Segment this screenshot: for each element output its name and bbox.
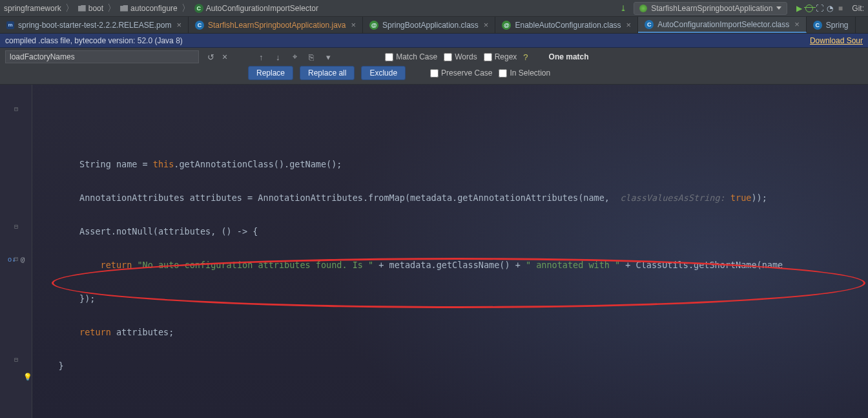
select-all-icon[interactable]: ⎘ xyxy=(306,52,316,62)
close-icon[interactable]: × xyxy=(794,19,800,29)
code-line: String name = this.getAnnotationClass().… xyxy=(37,156,868,172)
breadcrumb-item[interactable]: boot xyxy=(78,4,103,13)
annotation-icon: @ xyxy=(369,21,378,30)
folder-icon xyxy=(120,5,128,12)
editor[interactable]: ⊟ ⊟ o↓ @ ⊟ ⊟ 💡 String name = this.getAnn… xyxy=(0,85,868,418)
tab-sbapp-class[interactable]: @ SpringBootApplication.class × xyxy=(363,17,495,33)
in-selection-checkbox[interactable]: In Selection xyxy=(499,68,550,78)
checkbox-label: Match Case xyxy=(396,52,437,61)
gutter[interactable]: ⊟ ⊟ o↓ @ ⊟ ⊟ 💡 xyxy=(0,85,32,418)
fold-icon[interactable]: ⊟ xyxy=(0,356,32,363)
checkbox-label: Words xyxy=(455,52,477,61)
breadcrumb-label: autoconfigure xyxy=(130,4,178,13)
close-icon[interactable]: × xyxy=(222,52,227,62)
filter-icon[interactable]: ▾ xyxy=(323,52,333,62)
match-count: One match xyxy=(549,52,589,61)
java-icon: C xyxy=(645,20,654,29)
replace-button[interactable]: Replace xyxy=(248,66,293,80)
code-line: AnnotationAttributes attributes = Annota… xyxy=(37,189,868,206)
tab-enableauto-class[interactable]: @ EnableAutoConfiguration.class × xyxy=(495,17,638,33)
fold-icon[interactable]: ⊟ xyxy=(0,105,32,112)
history-icon[interactable]: ↺ xyxy=(205,52,216,62)
breadcrumb-label: boot xyxy=(88,4,103,13)
notice-text: compiled .class file, bytecode version: … xyxy=(5,36,183,45)
help-icon[interactable]: ? xyxy=(523,52,528,62)
tab-label: StarfishLearnSpringbootApplication.java xyxy=(208,21,346,30)
tab-label: spring-boot-starter-test-2.2.2.RELEASE.p… xyxy=(18,21,171,30)
code-area[interactable]: String name = this.getAnnotationClass().… xyxy=(32,85,868,418)
coverage-icon[interactable]: ⛶ xyxy=(814,3,825,14)
checkbox-label: In Selection xyxy=(510,68,550,78)
words-checkbox[interactable]: Words xyxy=(444,52,477,61)
chevron-right-icon: 〉 xyxy=(107,3,116,14)
chevron-right-icon: 〉 xyxy=(181,3,191,14)
class-icon: C xyxy=(194,4,203,13)
tab-pom[interactable]: m spring-boot-starter-test-2.2.2.RELEASE… xyxy=(0,17,189,33)
exclude-button[interactable]: Exclude xyxy=(361,66,406,80)
breadcrumb-label: AutoConfigurationImportSelector xyxy=(206,4,318,13)
arrow-up-icon[interactable]: ↑ xyxy=(256,52,266,62)
spring-icon xyxy=(639,5,647,12)
find-all-icon[interactable]: ⌖ xyxy=(289,52,300,62)
code-line: }); xyxy=(37,290,868,307)
code-line xyxy=(37,391,868,408)
run-config-label: StarfishLearnSpringbootApplication xyxy=(651,4,772,13)
maven-icon: m xyxy=(6,21,14,29)
java-icon: C xyxy=(195,21,204,30)
breadcrumb-item[interactable]: springframework xyxy=(4,4,61,13)
fold-icon[interactable]: ⊟ xyxy=(0,223,32,230)
checkbox-label: Preserve Case xyxy=(441,68,492,78)
download-sources-link[interactable]: Download Sour xyxy=(810,36,863,45)
checkbox-label: Regex xyxy=(495,52,517,61)
tab-overflow[interactable]: C Spring xyxy=(807,17,856,33)
tab-label: AutoConfigurationImportSelector.class xyxy=(657,20,789,29)
folder-icon xyxy=(78,5,86,12)
code-line: return attributes; xyxy=(37,324,868,340)
breadcrumb-item[interactable]: C AutoConfigurationImportSelector xyxy=(194,4,318,13)
close-icon[interactable]: × xyxy=(626,20,632,30)
chevron-down-icon xyxy=(776,6,781,10)
find-replace-panel: ↺ × ↑ ↓ ⌖ ⎘ ▾ Match Case Words Regex ? O… xyxy=(0,48,868,85)
stop-icon[interactable]: ■ xyxy=(835,3,845,14)
regex-checkbox[interactable]: Regex xyxy=(484,52,517,61)
tab-autoconfig-selector[interactable]: C AutoConfigurationImportSelector.class … xyxy=(638,17,807,33)
run-config-dropdown[interactable]: StarfishLearnSpringbootApplication xyxy=(634,2,787,15)
code-line: return "No auto-configuration attributes… xyxy=(37,256,868,273)
tab-label: EnableAutoConfiguration.class xyxy=(515,21,621,30)
editor-tabs: m spring-boot-starter-test-2.2.2.RELEASE… xyxy=(0,17,868,34)
preserve-case-checkbox[interactable]: Preserve Case xyxy=(430,68,492,78)
tab-app-java[interactable]: C StarfishLearnSpringbootApplication.jav… xyxy=(189,17,363,33)
top-toolbar: springframework 〉 boot 〉 autoconfigure 〉… xyxy=(0,0,868,17)
fold-icon[interactable]: ⊟ xyxy=(0,255,32,262)
java-icon: C xyxy=(813,21,822,30)
git-label: Git: xyxy=(852,4,864,13)
build-icon[interactable]: ⤓ xyxy=(618,3,628,14)
annotation-icon: @ xyxy=(502,21,511,30)
close-icon[interactable]: × xyxy=(176,20,181,30)
tab-label: Spring xyxy=(826,21,849,30)
debug-icon[interactable] xyxy=(804,3,814,14)
close-icon[interactable]: × xyxy=(351,20,356,30)
breadcrumb-item[interactable]: autoconfigure xyxy=(120,4,178,13)
breadcrumb-label: springframework xyxy=(4,4,61,13)
search-input[interactable] xyxy=(5,50,199,63)
match-case-checkbox[interactable]: Match Case xyxy=(385,52,437,61)
tab-label: SpringBootApplication.class xyxy=(382,21,479,30)
replace-all-button[interactable]: Replace all xyxy=(300,66,355,80)
chevron-right-icon: 〉 xyxy=(65,3,74,14)
decompiled-notice: compiled .class file, bytecode version: … xyxy=(0,34,868,48)
close-icon[interactable]: × xyxy=(484,20,489,30)
breadcrumb[interactable]: springframework 〉 boot 〉 autoconfigure 〉… xyxy=(4,3,318,14)
code-line: } xyxy=(37,357,868,374)
profile-icon[interactable]: ◔ xyxy=(825,3,835,14)
arrow-down-icon[interactable]: ↓ xyxy=(273,52,283,62)
code-line: Assert.notNull(attributes, () -> { xyxy=(37,223,868,240)
run-icon[interactable]: ▶ xyxy=(794,3,804,14)
